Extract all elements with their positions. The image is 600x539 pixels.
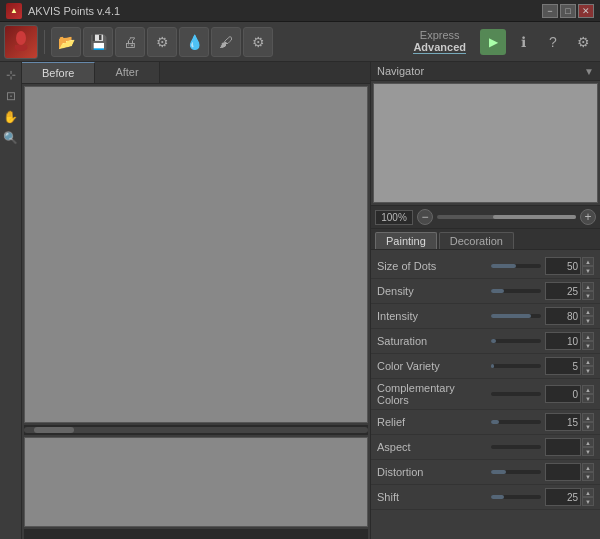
brush-tool-button[interactable]: 🖌 bbox=[211, 27, 241, 57]
param-slider-8[interactable] bbox=[491, 470, 541, 474]
param-value-3[interactable]: 10 bbox=[545, 332, 581, 350]
scrollbar-track bbox=[24, 427, 368, 433]
tab-decoration[interactable]: Decoration bbox=[439, 232, 514, 249]
center-panel: Before After bbox=[22, 62, 370, 539]
param-value-0[interactable]: 50 bbox=[545, 257, 581, 275]
param-up-5[interactable]: ▲ bbox=[582, 385, 594, 394]
param-slider-5[interactable] bbox=[491, 392, 541, 396]
maximize-button[interactable]: □ bbox=[560, 4, 576, 18]
param-spinner-7: ▲▼ bbox=[582, 438, 594, 456]
param-down-2[interactable]: ▼ bbox=[582, 316, 594, 325]
param-down-8[interactable]: ▼ bbox=[582, 472, 594, 481]
param-down-5[interactable]: ▼ bbox=[582, 394, 594, 403]
tab-painting[interactable]: Painting bbox=[375, 232, 437, 249]
param-value-7[interactable] bbox=[545, 438, 581, 456]
run-button[interactable]: ▶ bbox=[480, 29, 506, 55]
param-slider-6[interactable] bbox=[491, 420, 541, 424]
param-up-9[interactable]: ▲ bbox=[582, 488, 594, 497]
param-value-6[interactable]: 15 bbox=[545, 413, 581, 431]
preview-canvas bbox=[24, 437, 368, 527]
zoom-out-button[interactable]: − bbox=[417, 209, 433, 225]
param-up-1[interactable]: ▲ bbox=[582, 282, 594, 291]
save-tool-button[interactable]: 💾 bbox=[83, 27, 113, 57]
scrollbar-thumb[interactable] bbox=[34, 427, 74, 433]
before-after-tabs: Before After bbox=[22, 62, 370, 84]
help-button[interactable]: ? bbox=[540, 29, 566, 55]
drop-tool-button[interactable]: 💧 bbox=[179, 27, 209, 57]
param-slider-3[interactable] bbox=[491, 339, 541, 343]
open-tool-button[interactable]: 📂 bbox=[51, 27, 81, 57]
param-slider-1[interactable] bbox=[491, 289, 541, 293]
print-tool-button[interactable]: 🖨 bbox=[115, 27, 145, 57]
param-row: Intensity80▲▼ bbox=[371, 304, 600, 329]
param-value-5[interactable]: 0 bbox=[545, 385, 581, 403]
settings1-button[interactable]: ⚙ bbox=[147, 27, 177, 57]
tab-before[interactable]: Before bbox=[22, 62, 95, 83]
param-down-4[interactable]: ▼ bbox=[582, 366, 594, 375]
hand-icon[interactable]: ✋ bbox=[2, 108, 20, 126]
param-spinner-2: ▲▼ bbox=[582, 307, 594, 325]
right-panel: Navigator ▼ 100% − + Painting Decoration… bbox=[370, 62, 600, 539]
param-up-6[interactable]: ▲ bbox=[582, 413, 594, 422]
param-spinner-8: ▲▼ bbox=[582, 463, 594, 481]
param-slider-4[interactable] bbox=[491, 364, 541, 368]
navigator-canvas bbox=[373, 83, 598, 203]
param-value-2[interactable]: 80 bbox=[545, 307, 581, 325]
minimize-button[interactable]: − bbox=[542, 4, 558, 18]
close-button[interactable]: ✕ bbox=[578, 4, 594, 18]
param-up-0[interactable]: ▲ bbox=[582, 257, 594, 266]
param-label-3: Saturation bbox=[377, 335, 487, 347]
zoom-icon[interactable]: 🔍 bbox=[2, 129, 20, 147]
express-mode-label[interactable]: Express bbox=[420, 29, 460, 41]
param-spinner-4: ▲▼ bbox=[582, 357, 594, 375]
param-spinner-3: ▲▼ bbox=[582, 332, 594, 350]
param-slider-fill-0 bbox=[491, 264, 516, 268]
param-down-6[interactable]: ▼ bbox=[582, 422, 594, 431]
tab-after[interactable]: After bbox=[95, 62, 159, 83]
param-label-5: Complementary Colors bbox=[377, 382, 487, 406]
param-slider-7[interactable] bbox=[491, 445, 541, 449]
left-toolbar: ⊹ ⊡ ✋ 🔍 bbox=[0, 62, 22, 539]
param-down-3[interactable]: ▼ bbox=[582, 341, 594, 350]
param-slider-2[interactable] bbox=[491, 314, 541, 318]
zoom-in-button[interactable]: + bbox=[580, 209, 596, 225]
zoom-slider-track bbox=[493, 215, 576, 219]
navigator-chevron-icon[interactable]: ▼ bbox=[584, 66, 594, 77]
canvas-h-scrollbar[interactable] bbox=[24, 425, 368, 435]
param-slider-0[interactable] bbox=[491, 264, 541, 268]
param-spinner-6: ▲▼ bbox=[582, 413, 594, 431]
param-label-9: Shift bbox=[377, 491, 487, 503]
param-down-0[interactable]: ▼ bbox=[582, 266, 594, 275]
param-row: Density25▲▼ bbox=[371, 279, 600, 304]
param-label-0: Size of Dots bbox=[377, 260, 487, 272]
crop-icon[interactable]: ⊹ bbox=[2, 66, 20, 84]
preview-h-scrollbar[interactable] bbox=[24, 529, 368, 539]
param-row: Saturation10▲▼ bbox=[371, 329, 600, 354]
param-up-4[interactable]: ▲ bbox=[582, 357, 594, 366]
param-down-9[interactable]: ▼ bbox=[582, 497, 594, 506]
param-down-1[interactable]: ▼ bbox=[582, 291, 594, 300]
param-slider-fill-1 bbox=[491, 289, 504, 293]
param-row: Shift25▲▼ bbox=[371, 485, 600, 510]
param-value-8[interactable] bbox=[545, 463, 581, 481]
transform-icon[interactable]: ⊡ bbox=[2, 87, 20, 105]
param-slider-9[interactable] bbox=[491, 495, 541, 499]
main-layout: ⊹ ⊡ ✋ 🔍 Before After Naviga bbox=[0, 62, 600, 539]
param-value-1[interactable]: 25 bbox=[545, 282, 581, 300]
param-value-9[interactable]: 25 bbox=[545, 488, 581, 506]
info-button[interactable]: ℹ bbox=[510, 29, 536, 55]
param-up-7[interactable]: ▲ bbox=[582, 438, 594, 447]
app-icon: ▲ bbox=[6, 3, 22, 19]
app-settings-button[interactable]: ⚙ bbox=[570, 29, 596, 55]
advanced-mode-label[interactable]: Advanced bbox=[413, 41, 466, 54]
param-value-4[interactable]: 5 bbox=[545, 357, 581, 375]
param-row: Relief15▲▼ bbox=[371, 410, 600, 435]
param-up-3[interactable]: ▲ bbox=[582, 332, 594, 341]
param-down-7[interactable]: ▼ bbox=[582, 447, 594, 456]
param-up-2[interactable]: ▲ bbox=[582, 307, 594, 316]
zoom-slider[interactable] bbox=[437, 215, 576, 219]
param-label-2: Intensity bbox=[377, 310, 487, 322]
zoom-value[interactable]: 100% bbox=[375, 210, 413, 225]
param-up-8[interactable]: ▲ bbox=[582, 463, 594, 472]
gear2-tool-button[interactable]: ⚙ bbox=[243, 27, 273, 57]
